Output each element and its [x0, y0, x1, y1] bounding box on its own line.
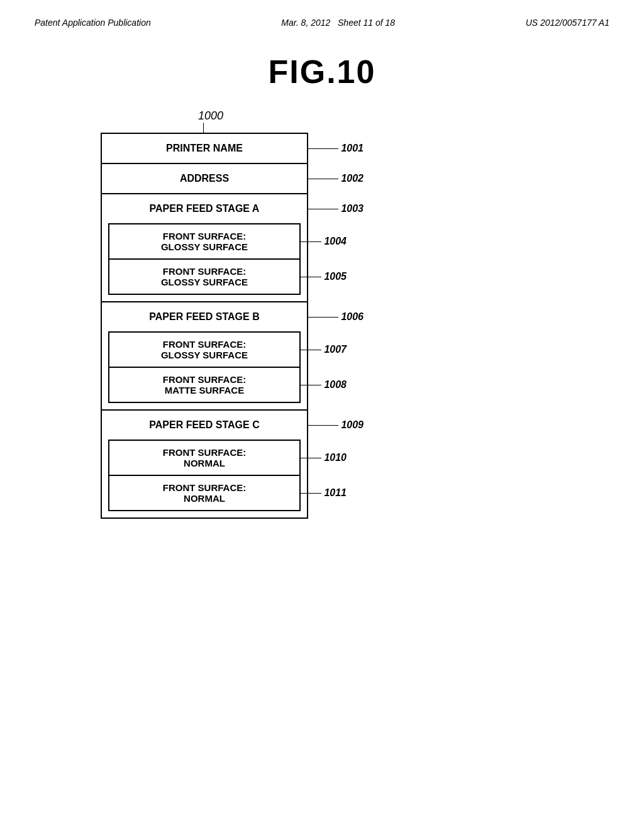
figure-title: FIG.10 — [0, 53, 644, 91]
ref-label-1009: 1009 — [307, 419, 364, 431]
sub-rows-1009: FRONT SURFACE:NORMAL1010FRONT SURFACE:NO… — [102, 440, 307, 517]
stage-header-1003: PAPER FEED STAGE A1003 — [102, 194, 307, 223]
root-connector-line — [203, 123, 204, 133]
row-1001: PRINTER NAME1001 — [102, 134, 307, 164]
sub-row-1004: FRONT SURFACE:GLOSSY SURFACE1004 — [108, 223, 301, 260]
page-header: Patent Application Publication Mar. 8, 2… — [0, 0, 644, 28]
stage-section-1003: PAPER FEED STAGE A1003FRONT SURFACE:GLOS… — [102, 194, 307, 302]
stage-section-1009: PAPER FEED STAGE C1009FRONT SURFACE:NORM… — [102, 411, 307, 517]
ref-label-1008: 1008 — [299, 379, 347, 390]
sub-row-1011: FRONT SURFACE:NORMAL1011 — [108, 476, 301, 511]
sub-row-1008: FRONT SURFACE:MATTE SURFACE1008 — [108, 368, 301, 403]
sub-row-1007: FRONT SURFACE:GLOSSY SURFACE1007 — [108, 331, 301, 368]
header-left: Patent Application Publication — [35, 18, 151, 28]
diagram: 1000PRINTER NAME1001ADDRESS1002PAPER FEE… — [101, 109, 453, 519]
sub-row-1005: FRONT SURFACE:GLOSSY SURFACE1005 — [108, 260, 301, 295]
row-1002: ADDRESS1002 — [102, 164, 307, 194]
sub-rows-1006: FRONT SURFACE:GLOSSY SURFACE1007FRONT SU… — [102, 331, 307, 409]
ref-label-1011: 1011 — [299, 487, 347, 499]
sub-row-1010: FRONT SURFACE:NORMAL1010 — [108, 440, 301, 476]
ref-label-1003: 1003 — [307, 203, 364, 214]
stage-header-1006: PAPER FEED STAGE B1006 — [102, 302, 307, 331]
ref-label-1001: 1001 — [307, 143, 364, 154]
ref-label-1002: 1002 — [307, 173, 364, 184]
root-label: 1000 — [198, 109, 223, 123]
ref-label-1006: 1006 — [307, 311, 364, 323]
header-center: Mar. 8, 2012 Sheet 11 of 18 — [281, 18, 395, 28]
ref-label-1004: 1004 — [299, 236, 347, 247]
ref-label-1005: 1005 — [299, 271, 347, 282]
ref-label-1007: 1007 — [299, 344, 347, 355]
main-box: PRINTER NAME1001ADDRESS1002PAPER FEED ST… — [101, 133, 308, 519]
stage-section-1006: PAPER FEED STAGE B1006FRONT SURFACE:GLOS… — [102, 302, 307, 411]
header-right: US 2012/0057177 A1 — [526, 18, 609, 28]
sub-rows-1003: FRONT SURFACE:GLOSSY SURFACE1004FRONT SU… — [102, 223, 307, 301]
stage-header-1009: PAPER FEED STAGE C1009 — [102, 411, 307, 440]
ref-label-1010: 1010 — [299, 452, 347, 463]
